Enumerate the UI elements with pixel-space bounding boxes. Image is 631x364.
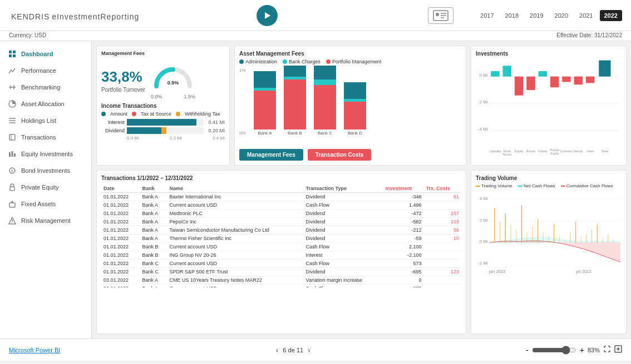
cell-investment: -695 bbox=[383, 268, 424, 276]
next-page-button[interactable]: › bbox=[308, 346, 310, 355]
mgmt-fees-title: Management Fees bbox=[101, 51, 225, 56]
axis-0: 0.0 Mi bbox=[127, 136, 139, 141]
sidebar-label: Performance bbox=[21, 67, 56, 74]
cell-costs: 157 bbox=[424, 210, 462, 218]
content-area: Management Fees 33,8% Portfolio Turnover… bbox=[92, 41, 631, 338]
cell-investment: 375 bbox=[383, 285, 424, 288]
fixed-assets-icon bbox=[8, 200, 17, 208]
tax-source-dot bbox=[132, 112, 136, 116]
table-row: 01.01.2022 Bank A Thermo Fisher Scientif… bbox=[101, 235, 461, 243]
expand-button[interactable] bbox=[603, 345, 611, 355]
cell-name: Medtronic PLC bbox=[167, 210, 304, 218]
investments-card: Investments 0 Mi -2 Mi -4 Mi bbox=[471, 46, 627, 166]
year-2021[interactable]: 2021 bbox=[575, 10, 597, 21]
cell-type: Dividend bbox=[304, 268, 383, 276]
bank-a-stack bbox=[254, 71, 276, 129]
admin-dot bbox=[239, 59, 244, 64]
sidebar: Dashboard Performance Benchmarking Asset… bbox=[0, 41, 92, 338]
cell-investment: -59 bbox=[383, 235, 424, 243]
svg-text:Liquidity: Liquidity bbox=[489, 149, 501, 153]
bank-dot bbox=[283, 59, 287, 64]
cell-date: 01.01.2022 bbox=[101, 226, 140, 235]
zoom-slider[interactable] bbox=[532, 346, 576, 355]
cell-type: Dividend bbox=[304, 235, 383, 243]
year-2018[interactable]: 2018 bbox=[501, 10, 523, 21]
cell-bank: Bank B bbox=[140, 251, 167, 260]
svg-rect-19 bbox=[9, 122, 10, 123]
sidebar-item-asset-allocation[interactable]: Asset Allocation bbox=[0, 96, 91, 112]
svg-text:-2 Mi: -2 Mi bbox=[478, 261, 488, 266]
amount-label: Amount bbox=[110, 111, 127, 117]
sidebar-item-equity[interactable]: Equity Investments bbox=[0, 146, 91, 162]
cell-date: 03.01.2022 bbox=[101, 285, 140, 288]
cell-bank: Bank A bbox=[140, 201, 167, 210]
interest-bar-fill bbox=[127, 119, 196, 126]
bank-c-bank bbox=[314, 79, 336, 85]
interest-bar-row: Interest 0.41 Mi bbox=[101, 119, 225, 126]
table-row: 01.01.2022 Bank A Medtronic PLC Dividend… bbox=[101, 210, 461, 218]
svg-text:Equity: Equity bbox=[550, 152, 559, 155]
year-2022[interactable]: 2022 bbox=[600, 10, 622, 21]
cell-costs bbox=[424, 285, 462, 288]
sidebar-item-performance[interactable]: Performance bbox=[0, 62, 91, 79]
transactions-table-scroll[interactable]: Date Bank Name Transaction Type Investme… bbox=[101, 185, 461, 287]
cell-bank: Bank A bbox=[140, 285, 167, 288]
transactions-card: Transactions 1/1/2022 – 12/31/2022 Date … bbox=[96, 170, 466, 334]
sidebar-item-fixed-assets[interactable]: Fixed Assets bbox=[0, 196, 91, 212]
benchmark-icon bbox=[8, 83, 17, 92]
sidebar-label: Bond Investments bbox=[21, 167, 70, 174]
bank-label: Bank Charges bbox=[289, 59, 321, 64]
cell-name: Current account USD bbox=[167, 285, 304, 288]
tv-label-3: Cumulative Cash Flows bbox=[566, 183, 613, 188]
cell-costs: 103 bbox=[424, 218, 462, 226]
id-icon bbox=[428, 7, 453, 24]
sidebar-label: Equity Investments bbox=[21, 151, 73, 157]
transaction-costs-button[interactable]: Transaction Costs bbox=[308, 149, 372, 161]
sidebar-label: Risk Management bbox=[21, 217, 71, 224]
cell-costs: 61 bbox=[424, 193, 462, 201]
cell-name: Current account USD bbox=[167, 201, 304, 210]
svg-rect-23 bbox=[12, 151, 13, 157]
powerbi-link[interactable]: Microsoft Power BI bbox=[9, 347, 60, 353]
svg-text:Commod.: Commod. bbox=[560, 149, 573, 153]
management-fees-button[interactable]: Management Fees bbox=[239, 149, 303, 161]
bank-c-stack bbox=[314, 66, 336, 129]
cell-name: ING Group NV 20-26 bbox=[167, 251, 304, 260]
sidebar-item-benchmarking[interactable]: Benchmarking bbox=[0, 79, 91, 96]
tv-label-2: Net Cash Flows bbox=[524, 183, 555, 188]
cell-type: Cash Flow bbox=[304, 260, 383, 268]
sidebar-label: Transactions bbox=[21, 134, 56, 141]
play-button[interactable] bbox=[257, 5, 278, 26]
risk-icon bbox=[8, 216, 17, 225]
portfolio-section: 33,8% Portfolio Turnover 0.9% 0.0% 1.5 bbox=[101, 61, 225, 99]
tax-source-label: Tax at Source bbox=[141, 111, 171, 117]
zoom-in-button[interactable]: + bbox=[580, 346, 584, 355]
year-2020[interactable]: 2020 bbox=[550, 10, 573, 21]
year-2019[interactable]: 2019 bbox=[525, 10, 548, 21]
cell-name: Taiwan Semiconductor Manufacturing Co Lt… bbox=[167, 226, 304, 235]
year-2017[interactable]: 2017 bbox=[476, 10, 498, 21]
sidebar-item-holdings-list[interactable]: Holdings List bbox=[0, 112, 91, 129]
prev-page-button[interactable]: ‹ bbox=[276, 346, 279, 355]
cell-type: Interest bbox=[304, 251, 383, 260]
sidebar-item-transactions[interactable]: Transactions bbox=[0, 129, 91, 146]
zoom-out-button[interactable]: - bbox=[526, 346, 529, 355]
sidebar-item-bond[interactable]: $ Bond Investments bbox=[0, 162, 91, 179]
bank-d-label: Bank D bbox=[348, 131, 362, 136]
cell-name: Current account USD bbox=[167, 243, 304, 251]
svg-text:$: $ bbox=[11, 169, 13, 173]
cell-type: Variation margin increase bbox=[304, 276, 383, 285]
cell-type: Cash Flow bbox=[304, 201, 383, 210]
sidebar-item-private-equity[interactable]: Private Equity bbox=[0, 179, 91, 196]
cell-name: PepsiCo Inc bbox=[167, 218, 304, 226]
fullscreen-button[interactable] bbox=[614, 345, 622, 355]
table-row: 01.01.2022 Bank B ING Group NV 20-26 Int… bbox=[101, 251, 461, 260]
cell-costs bbox=[424, 243, 462, 251]
cell-date: 01.01.2022 bbox=[101, 243, 140, 251]
cell-type: Dividend bbox=[304, 210, 383, 218]
sidebar-item-risk[interactable]: Risk Management bbox=[0, 212, 91, 229]
income-axis: 0.0 Mi 0.2 Mi 0.4 Mi bbox=[101, 136, 225, 141]
cell-investment: 573 bbox=[383, 260, 424, 268]
sidebar-item-dashboard[interactable]: Dashboard bbox=[0, 46, 91, 62]
svg-rect-8 bbox=[9, 54, 12, 57]
